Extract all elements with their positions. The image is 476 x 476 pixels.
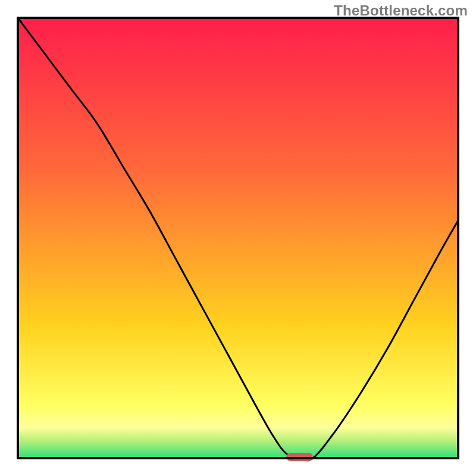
bottleneck-chart (0, 0, 476, 476)
chart-container: TheBottleneck.com (0, 0, 476, 476)
plot-background (18, 18, 458, 458)
